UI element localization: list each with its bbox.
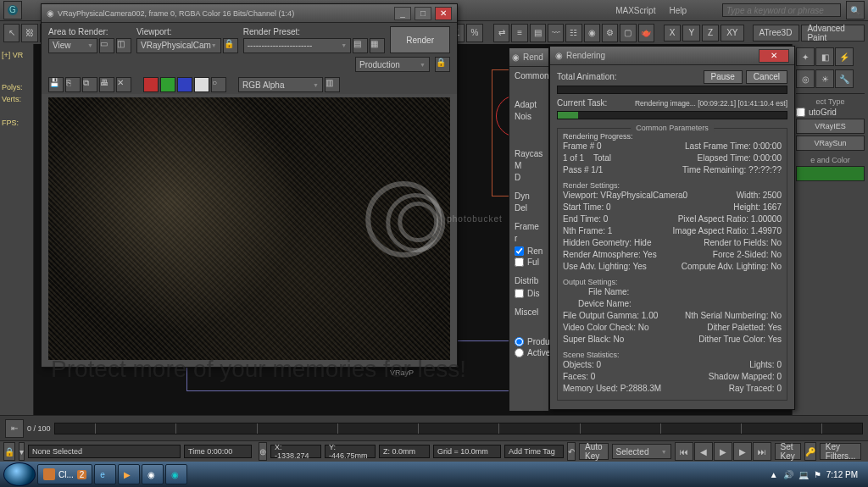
rendering-close-icon[interactable]: ✕ (759, 49, 789, 63)
channel-green[interactable] (160, 77, 175, 92)
keyfilters-button[interactable]: Key Filters... (820, 443, 862, 460)
autogrid-check[interactable]: utoGrid (796, 108, 865, 117)
key-icon[interactable]: 🔑 (804, 442, 816, 461)
panel-hierarchy-icon[interactable]: ⚡ (835, 47, 854, 66)
viewport-tab[interactable]: [+] VR (2, 51, 31, 59)
clock[interactable]: 7:12 PM (826, 470, 858, 479)
prod-lock-icon[interactable]: 🔒 (435, 57, 450, 72)
abs-rel-icon[interactable]: ⊕ (259, 442, 267, 461)
overlay-icon[interactable]: ▥ (325, 77, 340, 92)
rs-dis-check[interactable] (515, 289, 524, 298)
rendering-titlebar[interactable]: ◉ Rendering ✕ (550, 47, 794, 65)
task-app1[interactable]: Cl... 2 (37, 464, 92, 484)
add-time-tag[interactable]: Add Time Tag (504, 445, 564, 458)
panel-create-icon[interactable]: ✦ (796, 47, 815, 66)
tool-layer[interactable]: ▤ (530, 24, 546, 42)
rs-ful-check[interactable] (515, 257, 524, 267)
tool-mirror[interactable]: ⇄ (493, 24, 509, 42)
search-icon[interactable]: 🔍 (846, 1, 865, 19)
panel-display-icon[interactable]: ☀ (815, 69, 834, 88)
goto-end-icon[interactable]: ⏭ (753, 442, 771, 461)
area-auto-icon[interactable]: ◫ (116, 38, 131, 53)
save-icon[interactable]: 💾 (48, 77, 64, 92)
minimize-icon[interactable]: _ (394, 7, 411, 20)
cancel-button[interactable]: Cancel (746, 70, 787, 84)
tray-icon-3[interactable]: 💻 (798, 470, 809, 479)
axis-xy[interactable]: XY (721, 25, 743, 42)
color-swatch[interactable] (796, 166, 865, 181)
tool-curve[interactable]: 〰 (548, 24, 564, 42)
play-icon[interactable]: ▶ (714, 442, 732, 461)
preset-b-icon[interactable]: ▦ (370, 38, 385, 53)
maximize-icon[interactable]: □ (415, 7, 431, 20)
render-button[interactable]: Render (390, 26, 450, 53)
panel-util-icon[interactable]: 🔧 (835, 69, 854, 88)
coord-y[interactable]: Y: -446.75mm (325, 445, 376, 458)
rs-active-radio[interactable] (515, 348, 524, 357)
tray-icon-1[interactable]: ▲ (770, 470, 778, 479)
undo-icon[interactable]: ↶ (567, 442, 576, 461)
tool-schematic[interactable]: ☷ (565, 24, 581, 42)
panel-modify-icon[interactable]: ◧ (815, 47, 834, 66)
timeline-config-icon[interactable]: ⇤ (5, 419, 24, 438)
rs-common[interactable]: Common (515, 70, 549, 82)
area-edit-icon[interactable]: ▭ (99, 38, 114, 53)
sel-set-icon[interactable]: ▾ (19, 442, 25, 461)
tool-pct[interactable]: % (466, 24, 482, 42)
axis-x[interactable]: X (664, 25, 682, 42)
preset-a-icon[interactable]: ▤ (353, 38, 368, 53)
area-dropdown[interactable]: View (48, 38, 97, 53)
tool-select[interactable]: ↖ (3, 24, 19, 42)
pause-button[interactable]: Pause (704, 70, 743, 84)
timeline[interactable] (54, 423, 863, 434)
keymode-dropdown[interactable]: Selected (612, 444, 671, 459)
plugin-atree[interactable]: ATree3D (753, 25, 799, 42)
preset-dropdown[interactable]: ----------------------- (243, 38, 351, 53)
plugin-advpaint[interactable]: Advanced Paint (801, 25, 865, 42)
axis-z[interactable]: Z (702, 25, 719, 42)
channel-red[interactable] (143, 77, 159, 92)
search-input[interactable] (722, 3, 841, 17)
tool-render-frame[interactable]: ▢ (620, 24, 636, 42)
prev-frame-icon[interactable]: ◀ (694, 442, 713, 461)
app-icon[interactable]: G (3, 1, 22, 19)
tray-icon-2[interactable]: 🔊 (783, 470, 793, 479)
rs-prod-radio[interactable] (515, 337, 524, 346)
start-orb[interactable] (3, 462, 36, 486)
copy-icon[interactable]: ⎘ (65, 77, 81, 92)
vfb-titlebar[interactable]: ◉ VRayPhysicalCamera002, frame 0, RGBA C… (42, 4, 457, 23)
channel-blue[interactable] (177, 77, 192, 92)
selection-name[interactable]: None Selected (28, 445, 181, 458)
task-3dsmax[interactable]: ◉ (165, 464, 187, 484)
goto-start-icon[interactable]: ⏮ (675, 442, 693, 461)
setkey-button[interactable]: Set Key (775, 443, 801, 460)
tool-render-setup[interactable]: ⚙ (602, 24, 618, 42)
btn-vraysun[interactable]: VRaySun (796, 136, 865, 151)
print-icon[interactable]: 🖶 (99, 77, 114, 92)
clone-icon[interactable]: ⧉ (82, 77, 97, 92)
channel-dropdown[interactable]: RGB Alpha (238, 77, 323, 92)
btn-vrayies[interactable]: VRayIES (796, 119, 865, 134)
close-icon[interactable]: ✕ (435, 7, 452, 20)
menu-maxscript[interactable]: MAXScript (615, 6, 655, 15)
task-ie[interactable]: e (94, 464, 116, 484)
panel-motion-icon[interactable]: ◎ (796, 69, 815, 88)
autokey-button[interactable]: Auto Key (579, 443, 609, 460)
tool-render[interactable]: 🫖 (638, 24, 654, 42)
next-frame-icon[interactable]: ▶ (733, 442, 752, 461)
rs-ren-check[interactable] (515, 246, 524, 256)
axis-y[interactable]: Y (682, 25, 700, 42)
tool-link[interactable]: ⛓ (21, 24, 37, 42)
coord-x[interactable]: X: -1338.274 (270, 445, 321, 458)
task-chrome[interactable]: ◉ (142, 464, 164, 484)
coord-z[interactable]: Z: 0.0mm (379, 445, 430, 458)
channel-mono[interactable]: ○ (211, 77, 226, 92)
render-output[interactable] (48, 97, 450, 360)
viewport-dropdown[interactable]: VRayPhysicalCam (136, 38, 221, 53)
clear-icon[interactable]: ✕ (116, 77, 131, 92)
system-tray[interactable]: ▲ 🔊 💻 ⚑ 7:12 PM (770, 470, 865, 479)
task-wmp[interactable]: ▶ (118, 464, 140, 484)
lock-selection-icon[interactable]: 🔒 (3, 442, 15, 461)
tool-align[interactable]: ≡ (511, 24, 527, 42)
lock-icon[interactable]: 🔒 (223, 38, 238, 53)
